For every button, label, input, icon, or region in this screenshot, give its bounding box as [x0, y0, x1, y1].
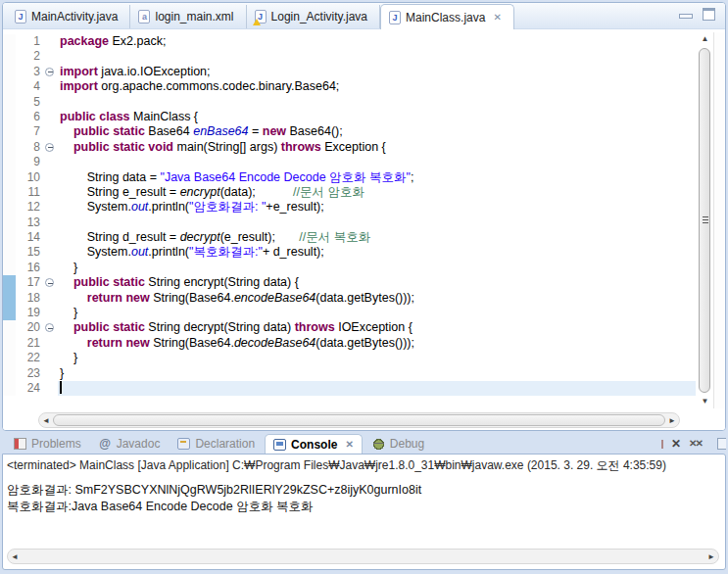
overview-ruler[interactable]	[713, 32, 725, 408]
scroll-left-icon[interactable]: ◄	[8, 550, 22, 563]
fold-ruler[interactable]	[43, 275, 58, 290]
editor-horizontal-scrollbar[interactable]: ◄ ►	[38, 412, 680, 428]
console-horizontal-scrollbar[interactable]: ◄ ►	[7, 549, 719, 564]
maximize-icon[interactable]	[703, 8, 715, 21]
pin-console-icon[interactable]	[717, 438, 726, 450]
annotation-ruler[interactable]	[3, 170, 16, 185]
line-number: 18	[16, 291, 43, 306]
fold-ruler[interactable]	[43, 65, 58, 79]
tab-label: login_main.xml	[155, 10, 233, 24]
horizontal-scroll-thumb[interactable]	[53, 414, 665, 426]
annotation-ruler[interactable]	[3, 215, 16, 230]
fold-ruler[interactable]	[43, 34, 58, 49]
close-icon[interactable]: ✕	[345, 439, 353, 450]
annotation-ruler[interactable]	[3, 320, 16, 335]
annotation-ruler[interactable]	[3, 155, 16, 169]
javadoc-icon: @	[99, 438, 112, 450]
annotation-ruler[interactable]	[3, 336, 16, 351]
tab-console[interactable]: Console✕	[265, 434, 363, 454]
selection-bar[interactable]	[3, 306, 16, 320]
fold-ruler[interactable]	[43, 170, 58, 185]
fold-ruler[interactable]	[43, 215, 58, 230]
annotation-ruler[interactable]	[3, 65, 16, 79]
annotation-ruler[interactable]	[3, 124, 16, 139]
annotation-ruler[interactable]	[3, 381, 16, 396]
fold-ruler[interactable]	[43, 110, 58, 124]
selection-bar[interactable]	[3, 275, 16, 290]
fold-ruler[interactable]	[43, 366, 58, 381]
fold-ruler[interactable]	[43, 185, 58, 200]
fold-ruler[interactable]	[43, 351, 58, 365]
collapse-icon[interactable]	[45, 68, 54, 76]
annotation-ruler[interactable]	[3, 79, 16, 94]
tab-problems[interactable]: Problems	[6, 434, 89, 454]
tab-debug[interactable]: Debug	[364, 434, 432, 454]
scroll-left-icon[interactable]: ◄	[39, 413, 53, 427]
annotation-ruler[interactable]	[3, 366, 16, 381]
code-lines: 1package Ex2.pack;23import java.io.IOExc…	[3, 34, 696, 410]
tab-mainactivity-java[interactable]: JMainActivity.java	[7, 5, 130, 28]
code-text: System.out.println("복호화결과:"+ d_result);	[58, 245, 696, 260]
fold-ruler[interactable]	[43, 381, 58, 396]
code-line: 1package Ex2.pack;	[3, 34, 696, 49]
line-number: 21	[16, 336, 43, 351]
line-number: 2	[16, 49, 43, 64]
fold-ruler[interactable]	[43, 95, 58, 110]
tab-label: MainClass.java	[406, 11, 485, 24]
collapse-icon[interactable]	[45, 278, 54, 287]
annotation-ruler[interactable]	[3, 261, 16, 275]
annotation-ruler[interactable]	[3, 185, 16, 200]
line-number: 24	[16, 381, 43, 396]
remove-all-launches-icon[interactable]: ✕✕	[689, 438, 702, 450]
code-editor[interactable]: 1package Ex2.pack;23import java.io.IOExc…	[3, 30, 725, 430]
annotation-ruler[interactable]	[3, 245, 16, 260]
annotation-ruler[interactable]	[3, 230, 16, 245]
annotation-ruler[interactable]	[3, 49, 16, 64]
fold-ruler[interactable]	[43, 230, 58, 245]
fold-ruler[interactable]	[43, 245, 58, 260]
console-view[interactable]: <terminated> MainClass [Java Application…	[2, 454, 726, 570]
code-text	[58, 95, 696, 110]
selection-bar[interactable]	[3, 291, 16, 306]
tab-login-main-xml[interactable]: alogin_main.xml	[130, 5, 246, 28]
fold-ruler[interactable]	[43, 155, 58, 169]
fold-ruler[interactable]	[43, 140, 58, 155]
tab-label: MainActivity.java	[31, 10, 118, 24]
fold-ruler[interactable]	[43, 79, 58, 94]
fold-ruler[interactable]	[43, 124, 58, 139]
tab-declaration[interactable]: Declaration	[170, 434, 263, 454]
fold-ruler[interactable]	[43, 49, 58, 64]
scroll-up-icon[interactable]: ▲	[698, 32, 712, 46]
line-number: 6	[16, 110, 43, 124]
text-cursor	[60, 381, 62, 394]
tab-javadoc[interactable]: @Javadoc	[91, 434, 169, 454]
fold-ruler[interactable]	[43, 336, 58, 351]
fold-ruler[interactable]	[43, 306, 58, 320]
fold-ruler[interactable]	[43, 200, 58, 215]
terminate-icon[interactable]	[661, 440, 663, 449]
scroll-down-icon[interactable]: ▼	[698, 395, 712, 408]
tab-login-activity-java[interactable]: JLogin_Activity.java	[247, 5, 381, 28]
editor-vertical-scrollbar[interactable]: ▲ ▼	[698, 32, 712, 408]
collapse-icon[interactable]	[45, 143, 54, 152]
annotation-ruler[interactable]	[3, 95, 16, 110]
collapse-icon[interactable]	[45, 323, 54, 332]
annotation-ruler[interactable]	[3, 140, 16, 155]
line-number: 8	[16, 140, 43, 155]
annotation-ruler[interactable]	[3, 200, 16, 215]
annotation-ruler[interactable]	[3, 34, 16, 49]
minimize-icon[interactable]	[679, 14, 693, 19]
fold-ruler[interactable]	[43, 261, 58, 275]
remove-launch-icon[interactable]: ✕	[671, 438, 681, 450]
fold-ruler[interactable]	[43, 291, 58, 306]
vertical-scroll-thumb[interactable]	[699, 48, 710, 393]
tab-mainclass-java[interactable]: JMainClass.java✕	[380, 4, 514, 29]
scroll-right-icon[interactable]: ►	[665, 413, 679, 427]
line-number: 14	[16, 230, 43, 245]
scroll-right-icon[interactable]: ►	[704, 550, 718, 563]
code-line: 23}	[3, 366, 696, 381]
annotation-ruler[interactable]	[3, 351, 16, 365]
fold-ruler[interactable]	[43, 320, 58, 335]
annotation-ruler[interactable]	[3, 110, 16, 124]
close-icon[interactable]: ✕	[493, 12, 501, 23]
